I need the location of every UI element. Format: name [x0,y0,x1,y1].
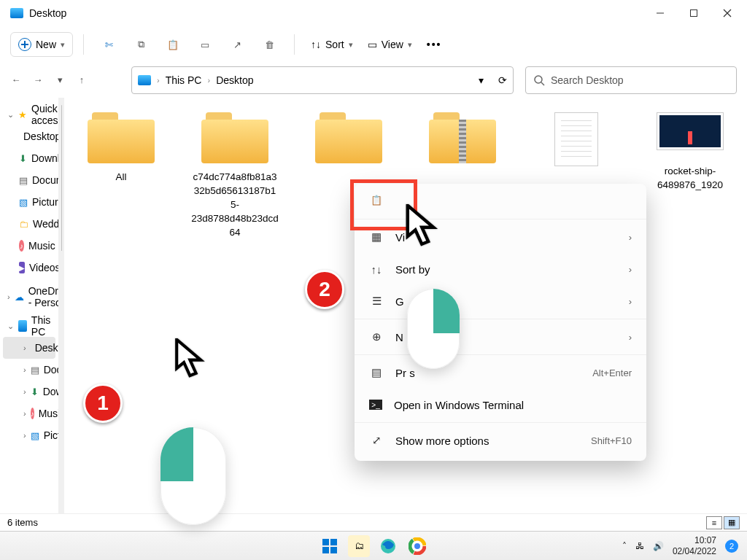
minimize-button[interactable] [643,1,677,25]
share-button[interactable]: ↗ [222,32,252,57]
plus-icon: ⊕ [369,330,384,343]
new-label: New [36,39,56,50]
image-item-rocket[interactable]: rocket-ship-6489876_1920 [646,112,734,192]
annotation-step-1: 1 [83,384,123,423]
svg-rect-9 [330,547,337,553]
sidebar-item-pc-documents[interactable]: ›▤Docu [3,359,55,381]
annotation-step-2: 2 [305,270,344,309]
search-icon [533,74,545,86]
folder-item-hash[interactable]: c74dc774a8fb81a332b5d65613187b15-23d8788… [191,112,279,239]
plus-icon [18,38,31,51]
chevron-right-icon: › [629,232,632,243]
properties-icon: ▤ [369,366,384,379]
sidebar-item-weddings[interactable]: 🗀Weddings📌 [3,213,55,235]
folder-item-all[interactable]: All [77,112,165,184]
paste-button[interactable]: 📋 [158,32,187,57]
tray-notifications-badge[interactable]: 2 [725,540,738,553]
navigation-pane: ⌄★ Quick access Desktop📌 ⬇Downloads📌 ▤Do… [0,98,58,513]
command-bar: New ▾ ✄ ⧉ 📋 ▭ ↗ 🗑 ↑↓ Sort ▾ ▭ View ▾ ••• [0,26,747,63]
folder-icon [88,112,155,163]
taskbar-chrome[interactable] [406,535,428,557]
delete-button[interactable]: 🗑 [255,32,284,57]
breadcrumb[interactable]: Desktop [216,74,253,86]
taskbar: 🗂 ˄ 🖧 🔊 10:07 02/04/2022 2 [0,531,747,560]
taskbar-edge[interactable] [377,535,399,557]
refresh-button[interactable]: ⟳ [498,74,507,86]
mouse-graphic-rightclick [407,289,460,369]
more-button[interactable]: ••• [421,32,448,57]
mouse-graphic-leftclick [160,427,226,525]
close-button[interactable] [711,1,744,25]
group-icon: ☰ [369,295,384,308]
grid-icon: ▦ [369,230,384,244]
svg-rect-8 [322,547,329,553]
context-properties[interactable]: ▤Pr sAlt+Enter [355,357,646,389]
chevron-down-icon: ▾ [408,40,412,50]
sort-button[interactable]: ↑↓ Sort ▾ [305,32,359,57]
sort-label: Sort [325,39,344,50]
sidebar-item-pc-downloads[interactable]: ›⬇Downlo [3,381,55,402]
sidebar-item-desktop[interactable]: Desktop📌 [3,125,55,147]
context-show-more[interactable]: ⤢Show more optionsShift+F10 [355,424,646,456]
view-button[interactable]: ▭ View ▾ [362,32,418,57]
sort-icon: ↑↓ [311,39,321,50]
sidebar-item-pc-pictures[interactable]: ›▧Pictures [3,424,55,446]
this-pc-node[interactable]: ⌄This PC [3,315,55,337]
sidebar-item-documents[interactable]: ▤Documents📌 [3,169,55,191]
tray-network-icon[interactable]: 🖧 [635,541,644,551]
quick-access-node[interactable]: ⌄★ Quick access [3,104,55,125]
address-dropdown[interactable]: ▾ [479,74,484,86]
folder-item[interactable] [305,112,392,171]
cut-button[interactable]: ✄ [94,32,123,57]
details-view-toggle[interactable]: ≡ [706,516,722,529]
sidebar-item-music[interactable]: ♪Music [3,235,55,257]
context-terminal[interactable]: >_Open in Windows Terminal [355,389,646,421]
tray-clock[interactable]: 10:07 02/04/2022 [673,535,716,556]
search-input[interactable]: Search Desktop [525,66,737,94]
rename-button[interactable]: ▭ [190,32,220,57]
forward-button[interactable]: → [32,74,44,85]
svg-rect-6 [322,539,329,545]
address-row: ← → ▾ ↑ › This PC › Desktop ▾ ⟳ Search D… [0,63,747,98]
desktop-icon [10,8,23,18]
breadcrumb[interactable]: This PC [166,74,202,86]
folder-icon [201,112,268,163]
context-new[interactable]: ⊕N› [355,321,646,353]
expand-icon: ⤢ [369,434,384,447]
context-group[interactable]: ☰G› [355,285,646,317]
window-title: Desktop [29,7,643,19]
location-icon [138,75,151,85]
view-label: View [382,39,403,50]
sidebar-item-downloads[interactable]: ⬇Downloads📌 [3,147,55,169]
icons-view-toggle[interactable]: ▦ [724,516,740,529]
svg-rect-1 [691,10,697,17]
up-button[interactable]: ↑ [76,74,88,85]
view-icon: ▭ [368,39,377,50]
recent-dropdown[interactable]: ▾ [54,74,66,85]
sidebar-item-pc-music[interactable]: ›♪Music [3,402,55,424]
text-item[interactable] [533,112,620,174]
onedrive-node[interactable]: ›☁OneDrive - Person [3,286,55,308]
image-thumb-icon [657,112,724,150]
sidebar-item-videos[interactable]: ▶Videos [3,257,55,279]
maximize-button[interactable] [677,1,711,25]
context-sort[interactable]: ↑↓Sort by› [355,253,646,285]
item-count: 6 items [7,517,38,528]
address-bar[interactable]: › This PC › Desktop ▾ ⟳ [131,66,514,94]
navigation-scrollbar[interactable] [58,98,64,513]
taskbar-explorer[interactable]: 🗂 [348,535,370,557]
sidebar-item-pc-desktop[interactable]: ›Desktop [3,337,55,359]
copy-button[interactable]: ⧉ [126,32,155,57]
back-button[interactable]: ← [10,74,22,85]
new-button[interactable]: New ▾ [10,32,73,57]
folder-icon [315,112,382,163]
tray-volume-icon[interactable]: 🔊 [653,541,664,551]
textfile-icon [554,112,598,166]
tray-overflow[interactable]: ˄ [622,541,627,551]
status-bar: 6 items ≡ ▦ [0,513,747,531]
svg-point-15 [414,543,420,549]
start-button[interactable] [319,535,341,557]
svg-line-5 [541,82,544,85]
sidebar-item-pictures[interactable]: ▧Pictures📌 [3,191,55,213]
zip-item[interactable] [419,112,506,171]
